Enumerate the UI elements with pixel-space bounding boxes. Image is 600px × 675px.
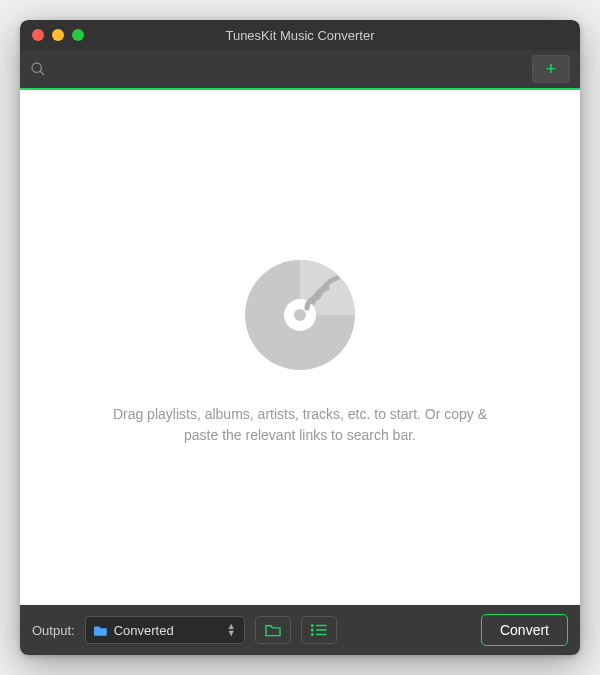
traffic-lights: [20, 29, 84, 41]
disc-icon: [235, 250, 365, 380]
maximize-window-button[interactable]: [72, 29, 84, 41]
plus-icon: +: [546, 59, 557, 80]
folder-icon: [94, 624, 108, 636]
window-title: TunesKit Music Converter: [20, 28, 580, 43]
svg-point-9: [311, 629, 313, 631]
add-button[interactable]: +: [532, 55, 570, 83]
bottom-toolbar: Output: Converted ▲▼: [20, 605, 580, 655]
output-label: Output:: [32, 623, 75, 638]
titlebar: TunesKit Music Converter: [20, 20, 580, 50]
close-window-button[interactable]: [32, 29, 44, 41]
svg-point-0: [32, 63, 41, 72]
empty-state-hint: Drag playlists, albums, artists, tracks,…: [110, 404, 490, 446]
chevron-updown-icon: ▲▼: [227, 623, 236, 637]
main-content[interactable]: Drag playlists, albums, artists, tracks,…: [20, 90, 580, 605]
app-window: TunesKit Music Converter +: [20, 20, 580, 655]
search-icon[interactable]: [30, 61, 46, 77]
history-list-button[interactable]: [301, 616, 337, 644]
convert-button-label: Convert: [500, 622, 549, 638]
svg-point-8: [311, 625, 313, 627]
svg-line-1: [40, 71, 44, 75]
open-output-folder-button[interactable]: [255, 616, 291, 644]
top-toolbar: +: [20, 50, 580, 90]
output-folder-name: Converted: [114, 623, 174, 638]
svg-point-4: [294, 309, 306, 321]
minimize-window-button[interactable]: [52, 29, 64, 41]
convert-button[interactable]: Convert: [481, 614, 568, 646]
svg-point-10: [311, 634, 313, 636]
output-folder-select[interactable]: Converted ▲▼: [85, 616, 245, 644]
